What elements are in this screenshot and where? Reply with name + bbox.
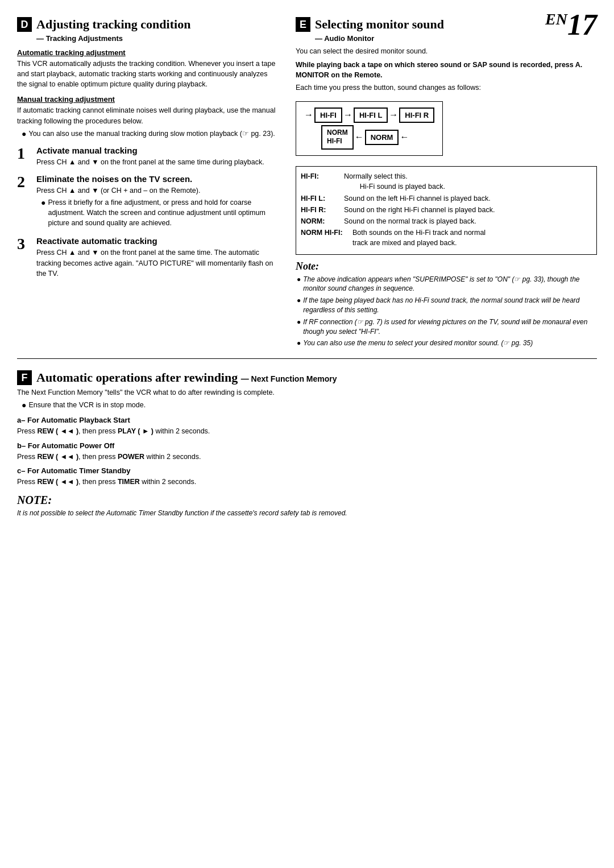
note2-title: NOTE: (17, 494, 597, 507)
section-f-note: NOTE: It is not possible to select the A… (17, 494, 597, 517)
step-3-body: Press CH ▲ and ▼ on the front panel at t… (36, 247, 279, 278)
note-text-3: If RF connection (☞ pg. 7) is used for v… (303, 317, 597, 337)
note-dot-3: ● (297, 317, 301, 337)
arrow-2: → (389, 110, 398, 120)
section-f-b-body: Press REW ( ◄◄ ), then press POWER withi… (17, 452, 597, 462)
step-3-content: Reactivate automatic tracking Press CH ▲… (36, 236, 279, 278)
arrow-start: → (304, 110, 313, 120)
section-f-c-label: c– For Automatic Timer Standby (17, 466, 597, 475)
step-3-title: Reactivate automatic tracking (36, 236, 279, 246)
manual-tracking-para: If automatic tracking cannot eliminate n… (17, 105, 279, 126)
monitor-table: HI-FI: Normally select this. Hi-Fi sound… (296, 166, 597, 255)
monitor-text-hifi: Normally select this. Hi-Fi sound is pla… (344, 171, 445, 192)
section-d-sub: Tracking Adjustments (36, 34, 279, 43)
monitor-diagram: → HI-FI → HI-FI L → HI-FI R NORMHI-FI ← … (296, 101, 443, 156)
section-f-header: F Automatic operations after rewinding —… (17, 370, 597, 385)
section-d-title: Adjusting tracking condition (36, 17, 190, 32)
step-1-content: Activate manual tracking Press CH ▲ and … (36, 146, 279, 167)
diagram-norm: NORM (365, 130, 399, 145)
section-f-left: The Next Function Memory "tells" the VCR… (17, 387, 597, 517)
monitor-label-norm: NORM: (301, 216, 341, 226)
section-e: E Selecting monitor sound Audio Monitor … (296, 17, 597, 350)
manual-tracking-bullet: ● You can also use the manual tracking d… (22, 129, 279, 139)
section-f-letter: F (17, 370, 32, 385)
arrow-left-1: ← (355, 132, 364, 142)
diagram-norm-hifi: NORMHI-FI (321, 125, 354, 150)
monitor-row-hifi-l: HI-FI L: Sound on the left Hi-Fi channel… (301, 193, 592, 204)
step-2: 2 Eliminate the noises on the TV screen.… (17, 174, 279, 230)
monitor-label-norm-hifi: NORM HI-FI: (301, 228, 349, 248)
section-f-c-body: Press REW ( ◄◄ ), then press TIMER withi… (17, 477, 597, 487)
bullet-dot-1: ● (22, 129, 26, 139)
step-1-title: Activate manual tracking (36, 146, 279, 155)
en-label: EN (545, 10, 567, 28)
section-d-letter: D (17, 17, 32, 32)
section-f-intro: The Next Function Memory "tells" the VCR… (17, 387, 597, 398)
manual-tracking-bullet-text: You can also use the manual tracking dur… (28, 129, 275, 139)
monitor-text-hifi-l: Sound on the left Hi-Fi channel is playe… (344, 193, 491, 204)
step-1-number: 1 (17, 146, 31, 162)
monitor-row-norm: NORM: Sound on the normal track is playe… (301, 216, 592, 226)
monitor-label-hifi-r: HI-FI R: (301, 205, 341, 215)
monitor-text-hifi-r: Sound on the right Hi-Fi channel is play… (344, 205, 495, 215)
section-f-c: c– For Automatic Timer Standby Press REW… (17, 466, 597, 487)
monitor-text-norm: Sound on the normal track is played back… (344, 216, 476, 226)
note-text-4: You can also use the menu to select your… (303, 338, 533, 348)
monitor-text-norm-hifi: Both sounds on the Hi-Fi track and norma… (352, 228, 486, 248)
section-e-bold-para: While playing back a tape on which stere… (296, 60, 597, 80)
section-e-sub-para: Each time you press the button, sound ch… (296, 82, 597, 93)
monitor-label-hifi-l: HI-FI L: (301, 193, 341, 204)
auto-tracking-para: This VCR automatically adjusts the track… (17, 59, 279, 89)
page-number: EN17 (545, 10, 597, 40)
note-dot-1: ● (297, 275, 301, 294)
section-d: D Adjusting tracking condition Tracking … (17, 17, 279, 350)
step-2-body: Press CH ▲ and ▼ (or CH + and – on the R… (36, 185, 279, 196)
diagram-hifi: HI-FI (314, 108, 342, 123)
monitor-row-norm-hifi: NORM HI-FI: Both sounds on the Hi-Fi tra… (301, 228, 592, 248)
diagram-hifi-r: HI-FI R (399, 108, 434, 123)
note-title-e: Note: (296, 261, 597, 272)
bullet-dot-2: ● (41, 197, 45, 228)
section-f-divider (17, 358, 597, 359)
section-e-intro: You can select the desired monitor sound… (296, 46, 597, 56)
section-f-a-label: a– For Automatic Playback Start (17, 416, 597, 424)
note-text-2: If the tape being played back has no Hi-… (303, 296, 597, 315)
step-2-bullet-text: Press it briefly for a fine adjustment, … (48, 197, 279, 228)
section-f-body: The Next Function Memory "tells" the VCR… (17, 387, 597, 517)
diagram-hifi-l: HI-FI L (354, 108, 388, 123)
monitor-label-hifi: HI-FI: (301, 171, 341, 192)
note-text-1: The above indication appears when "SUPER… (303, 275, 597, 294)
step-2-title: Eliminate the noises on the TV screen. (36, 174, 279, 184)
note-item-3: ● If RF connection (☞ pg. 7) is used for… (297, 317, 597, 337)
section-d-header: D Adjusting tracking condition (17, 17, 279, 32)
monitor-row-hifi: HI-FI: Normally select this. Hi-Fi sound… (301, 171, 592, 192)
note-section-e: Note: ● The above indication appears whe… (296, 261, 597, 349)
step-3: 3 Reactivate automatic tracking Press CH… (17, 236, 279, 278)
section-f-a: a– For Automatic Playback Start Press RE… (17, 416, 597, 436)
step-1-body: Press CH ▲ and ▼ on the front panel at t… (36, 157, 279, 167)
note-item-1: ● The above indication appears when "SUP… (297, 275, 597, 294)
step-2-number: 2 (17, 174, 31, 190)
section-f-bullet1: ● Ensure that the VCR is in stop mode. (22, 400, 597, 410)
section-f-title: Automatic operations after rewinding — N… (36, 370, 337, 385)
manual-tracking-heading: Manual tracking adjustment (17, 95, 279, 104)
section-e-title: Selecting monitor sound (315, 17, 444, 32)
note-dot-2: ● (297, 296, 301, 315)
step-2-bullet: ● Press it briefly for a fine adjustment… (41, 197, 279, 228)
auto-tracking-heading: Automatic tracking adjustment (17, 48, 279, 57)
monitor-row-hifi-r: HI-FI R: Sound on the right Hi-Fi channe… (301, 205, 592, 215)
section-f: F Automatic operations after rewinding —… (17, 370, 597, 517)
step-1: 1 Activate manual tracking Press CH ▲ an… (17, 146, 279, 167)
note2-body: It is not possible to select the Automat… (17, 509, 597, 517)
section-f-a-body: Press REW ( ◄◄ ), then press PLAY ( ► ) … (17, 426, 597, 436)
section-f-b: b– For Automatic Power Off Press REW ( ◄… (17, 441, 597, 462)
note-dot-4: ● (297, 338, 301, 348)
bullet-dot-f1: ● (22, 400, 26, 410)
note-item-2: ● If the tape being played back has no H… (297, 296, 597, 315)
section-f-sub: Next Function Memory (251, 374, 337, 383)
note-item-4: ● You can also use the menu to select yo… (297, 338, 597, 348)
arrow-left-2: ← (400, 132, 409, 142)
step-3-number: 3 (17, 236, 31, 252)
step-2-content: Eliminate the noises on the TV screen. P… (36, 174, 279, 230)
arrow-1: → (343, 110, 352, 120)
